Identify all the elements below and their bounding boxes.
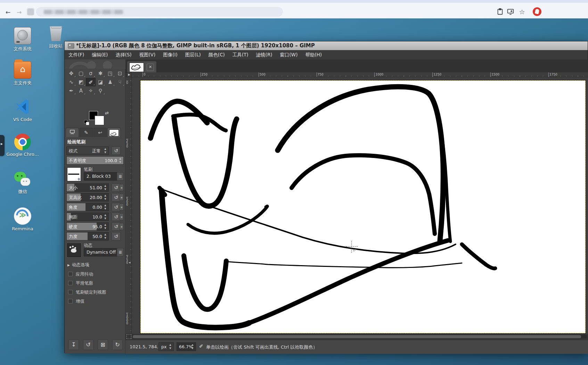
- menu-工具T[interactable]: 工具(T): [229, 50, 252, 59]
- checkbox-笔刷锁定到视图[interactable]: 笔刷锁定到视图: [68, 289, 125, 295]
- menu-图层L[interactable]: 图层(L): [181, 50, 205, 59]
- smudge-tool-icon[interactable]: ☟: [115, 78, 125, 86]
- slider[interactable]: 力度50.0▲▼: [66, 232, 109, 240]
- slider-link-button[interactable]: [119, 194, 124, 201]
- slider-spinner[interactable]: ▲▼: [103, 233, 107, 240]
- horizontal-scrollbar[interactable]: [132, 335, 587, 339]
- bucket-fill-tool-icon[interactable]: ◩: [76, 78, 86, 86]
- tab-device-status[interactable]: ✎: [80, 128, 93, 137]
- slider[interactable]: 间距10.0▲▼: [66, 213, 109, 221]
- vertical-ruler[interactable]: ◂ 02505007501000: [125, 77, 132, 334]
- checkbox-box[interactable]: [68, 299, 73, 303]
- slider-spinner[interactable]: ▲▼: [103, 204, 107, 211]
- zoom-field[interactable]: 66.7% ▲▼: [177, 342, 196, 351]
- reset-tool-options-button[interactable]: ↻: [112, 340, 123, 350]
- bookmark-star-icon[interactable]: ☆: [518, 8, 526, 16]
- background-color-swatch[interactable]: [95, 116, 104, 125]
- desktop-icon-vscode[interactable]: VS Code: [6, 99, 39, 122]
- slider[interactable]: 硬度95.0▲▼: [66, 222, 109, 231]
- slider-spinner[interactable]: ▲▼: [103, 184, 107, 191]
- checkbox-平滑笔廓[interactable]: 平滑笔廓: [68, 280, 125, 286]
- close-image-icon[interactable]: ✕: [147, 64, 154, 71]
- back-button[interactable]: ←: [3, 8, 13, 17]
- tab-tool-options[interactable]: [66, 128, 79, 137]
- slider-link-button[interactable]: [119, 204, 124, 211]
- dynamics-thumbnail[interactable]: [67, 243, 81, 257]
- paintbrush-tool-icon[interactable]: ✐: [86, 78, 96, 86]
- install-icon[interactable]: [507, 8, 515, 16]
- text-tool-icon[interactable]: A: [76, 87, 86, 95]
- restore-tool-preset-button[interactable]: ↺: [83, 340, 93, 350]
- slider-link-button[interactable]: [119, 213, 124, 220]
- edit-dynamics-button[interactable]: ≣: [117, 248, 124, 256]
- zoom-tool-icon[interactable]: ⚲: [96, 87, 105, 95]
- edit-brush-button[interactable]: ≣: [117, 172, 124, 181]
- menu-选择S[interactable]: 选择(S): [112, 50, 135, 59]
- clone-tool-icon[interactable]: ♟: [105, 78, 115, 86]
- paths-tool-icon[interactable]: ✒: [66, 87, 76, 95]
- dock-reveal-handle[interactable]: [0, 135, 5, 156]
- tab-image-thumbnail[interactable]: [107, 128, 121, 137]
- zoom-spinner[interactable]: ▲▼: [190, 343, 195, 350]
- checkbox-增值[interactable]: 增值: [68, 299, 125, 304]
- unit-spinner[interactable]: ▲▼: [168, 343, 172, 350]
- menu-滤镜R[interactable]: 滤镜(R): [252, 50, 276, 59]
- move-tool-icon[interactable]: ✥: [66, 69, 76, 78]
- mode-select[interactable]: 模式 正常 ▲▼: [66, 146, 109, 155]
- gradient-tool-icon[interactable]: ∿: [66, 78, 76, 86]
- opacity-slider[interactable]: 不透明度 100.0 ▲▼: [66, 156, 124, 165]
- checkbox-应用抖动[interactable]: 应用抖动: [68, 271, 125, 277]
- mode-reset-button[interactable]: ↺: [112, 146, 121, 155]
- quick-mask-toggle[interactable]: [126, 334, 131, 339]
- free-select-tool-icon[interactable]: σ: [86, 69, 96, 78]
- tab-undo-history[interactable]: ↩: [93, 128, 107, 137]
- desktop-icon-wechat[interactable]: 微信: [6, 170, 39, 195]
- clipboard-icon[interactable]: [496, 8, 505, 16]
- menu-视图V[interactable]: 视图(V): [136, 50, 160, 59]
- slider-spinner[interactable]: ▲▼: [103, 194, 107, 201]
- unified-transform-tool-icon[interactable]: ⊡: [115, 69, 125, 78]
- checkbox-box[interactable]: [68, 272, 73, 276]
- adblock-extension-icon[interactable]: [533, 7, 541, 16]
- eraser-tool-icon[interactable]: ◪: [96, 78, 105, 86]
- brush-name-field[interactable]: 2. Block 03: [84, 172, 118, 181]
- unit-select[interactable]: px ▲▼: [158, 342, 174, 351]
- menu-帮助H[interactable]: 帮助(H): [301, 50, 326, 59]
- crop-tool-icon[interactable]: ◳: [105, 69, 115, 78]
- desktop-icon-chrome[interactable]: Google Chro…: [6, 134, 39, 157]
- checkbox-box[interactable]: [68, 281, 73, 285]
- slider[interactable]: 宽高比20.00▲▼: [66, 193, 109, 201]
- dynamics-options-expander[interactable]: ▶动态选项: [67, 262, 125, 268]
- menu-图像I[interactable]: 图像(I): [159, 50, 181, 59]
- slider-link-button[interactable]: [119, 184, 124, 191]
- fuzzy-select-tool-icon[interactable]: ✱: [96, 69, 105, 78]
- default-colors-icon[interactable]: [84, 120, 89, 125]
- slider-spinner[interactable]: ▲▼: [103, 223, 107, 230]
- menu-颜色C[interactable]: 颜色(C): [205, 50, 229, 59]
- menu-编辑E[interactable]: 编辑(E): [88, 50, 112, 59]
- dynamics-name-field[interactable]: Dynamics Off: [84, 248, 118, 256]
- opacity-spinner[interactable]: ▲▼: [118, 157, 122, 164]
- slider-spinner[interactable]: ▲▼: [103, 213, 107, 220]
- desktop-icon-home[interactable]: ⌂ 主文件夹: [6, 61, 39, 86]
- color-picker-tool-icon[interactable]: ✧: [86, 87, 96, 95]
- slider-reset-button[interactable]: ↺: [112, 232, 121, 240]
- address-bar[interactable]: [36, 7, 283, 17]
- canvas-viewport[interactable]: ✐: [132, 77, 588, 334]
- slider[interactable]: 大小51.00▲▼: [66, 183, 109, 192]
- gimp-titlebar[interactable]: *[无标题]-1.0 (RGB 颜色 8 位伽马整数, GIMP built-i…: [65, 41, 588, 50]
- ruler-origin-button[interactable]: ▶: [126, 72, 132, 77]
- forward-button[interactable]: →: [15, 8, 24, 17]
- swap-colors-icon[interactable]: ⇄: [105, 110, 109, 116]
- slider[interactable]: 角度0.00▲▼: [66, 203, 109, 211]
- mode-spinner[interactable]: ▲▼: [103, 147, 107, 154]
- menu-文件F[interactable]: 文件(F): [65, 50, 88, 59]
- image-tab[interactable]: ✕: [127, 61, 157, 73]
- menu-窗口W[interactable]: 窗口(W): [276, 50, 302, 59]
- checkbox-box[interactable]: [68, 290, 73, 294]
- rectangle-select-tool-icon[interactable]: ▢: [76, 69, 86, 78]
- delete-tool-preset-button[interactable]: ⊠: [98, 340, 108, 350]
- horizontal-ruler[interactable]: 02505007501000125015001750: [132, 72, 588, 77]
- desktop-icon-filesystem[interactable]: 文件系统: [6, 27, 39, 52]
- slider-link-button[interactable]: [119, 223, 124, 230]
